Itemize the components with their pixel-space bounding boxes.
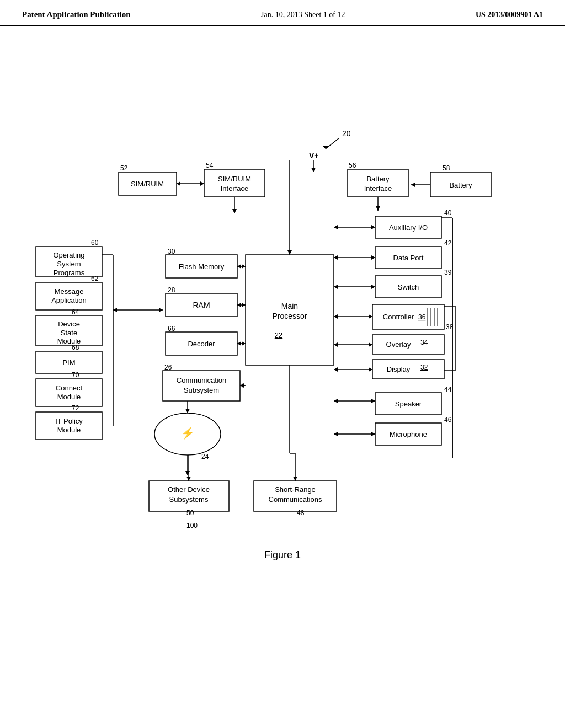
- decoder-label: Decoder: [188, 340, 215, 348]
- vplus-label: V+: [309, 151, 319, 160]
- svg-marker-53: [334, 314, 338, 319]
- aux-io-ref: 40: [444, 209, 452, 217]
- connect-label1: Connect: [56, 384, 83, 392]
- main-processor-label2: Processor: [272, 312, 307, 320]
- os-label2: System: [57, 260, 81, 268]
- sim-ruim-ref: 52: [120, 164, 128, 172]
- figure-caption: Figure 1: [264, 549, 301, 560]
- svg-marker-30: [185, 471, 190, 475]
- svg-marker-67: [371, 432, 375, 436]
- overlay-ref: 34: [420, 339, 428, 346]
- network-ref: 24: [201, 453, 209, 461]
- speaker-ref: 44: [444, 386, 452, 393]
- controller-ref: 36: [418, 313, 426, 321]
- svg-marker-64: [371, 399, 375, 403]
- os-label1: Operating: [53, 251, 84, 259]
- svg-marker-10: [177, 181, 180, 186]
- data-port-label: Data Port: [393, 254, 424, 262]
- display-label: Display: [387, 365, 411, 373]
- svg-marker-34: [159, 308, 163, 312]
- speaker-label: Speaker: [395, 400, 422, 408]
- svg-marker-71: [186, 477, 191, 481]
- pim-label: PIM: [62, 358, 75, 367]
- device-state-ref: 64: [72, 308, 79, 316]
- os-ref: 60: [91, 239, 99, 247]
- ref100: 100: [186, 522, 198, 529]
- battery-interface-box: [348, 169, 408, 197]
- svg-marker-42: [371, 255, 375, 260]
- svg-marker-39: [371, 225, 375, 229]
- short-range-label2: Communications: [269, 495, 322, 504]
- ram-ref: 28: [168, 286, 175, 294]
- comm-subsystem-ref: 26: [164, 363, 172, 371]
- aux-io-label: Auxiliary I/O: [389, 223, 428, 232]
- svg-marker-59: [334, 342, 338, 347]
- ref-20: 20: [342, 129, 351, 138]
- sim-ruim-label: SIM/RUIM: [131, 180, 164, 188]
- page-header: Patent Application Publication Jan. 10, …: [0, 0, 565, 26]
- svg-marker-68: [334, 432, 338, 436]
- os-label3: Programs: [54, 269, 85, 277]
- battery-interface-label2: Interface: [364, 184, 392, 192]
- svg-marker-5: [411, 183, 415, 187]
- sim-ruim-interface-box: [204, 169, 265, 197]
- svg-marker-35: [113, 308, 117, 312]
- svg-marker-28: [185, 409, 190, 413]
- svg-marker-14: [287, 250, 292, 255]
- svg-marker-62: [334, 367, 338, 372]
- battery-interface-label1: Battery: [366, 175, 390, 183]
- svg-marker-22: [242, 341, 246, 346]
- microphone-label: Microphone: [390, 430, 427, 438]
- other-device-label2: Subsystems: [169, 495, 209, 504]
- it-policy-label2: Module: [57, 426, 81, 434]
- data-port-ref: 42: [444, 239, 452, 247]
- svg-marker-12: [232, 209, 237, 213]
- pim-ref: 68: [72, 344, 79, 351]
- main-processor-ref: 22: [275, 331, 282, 339]
- svg-marker-9: [200, 181, 204, 186]
- network-bolt: ⚡: [181, 426, 195, 440]
- header-center-text: Jan. 10, 2013 Sheet 1 of 12: [261, 10, 345, 19]
- svg-marker-7: [376, 206, 380, 211]
- switch-label: Switch: [398, 283, 419, 291]
- svg-marker-46: [334, 285, 338, 289]
- battery-interface-ref: 56: [349, 162, 356, 169]
- sim-ruim-interface-label1: SIM/RUIM: [218, 175, 251, 183]
- svg-marker-43: [334, 255, 338, 260]
- msg-app-label1: Message: [55, 287, 84, 296]
- controller-label: Controller: [383, 313, 414, 321]
- battery-label: Battery: [449, 181, 472, 189]
- comm-subsystem-label2: Subsystem: [184, 386, 219, 394]
- svg-marker-3: [311, 168, 316, 172]
- svg-marker-61: [369, 367, 372, 372]
- decoder-ref: 66: [168, 325, 175, 333]
- svg-marker-58: [369, 342, 372, 347]
- header-left-text: Patent Application Publication: [22, 10, 131, 19]
- svg-marker-75: [293, 477, 297, 481]
- flash-memory-label: Flash Memory: [179, 263, 225, 271]
- flash-memory-ref: 30: [168, 248, 175, 255]
- svg-line-0: [326, 138, 339, 149]
- device-state-label1: Device: [58, 320, 80, 328]
- svg-marker-19: [242, 303, 246, 307]
- other-device-label1: Other Device: [168, 485, 210, 494]
- switch-ref: 39: [444, 269, 452, 276]
- battery-ref: 58: [443, 164, 450, 172]
- short-range-label1: Short-Range: [275, 485, 316, 494]
- svg-marker-16: [242, 264, 246, 269]
- svg-marker-17: [237, 264, 241, 269]
- it-policy-ref: 72: [72, 404, 79, 412]
- header-right-text: US 2013/0009901 A1: [476, 10, 543, 19]
- svg-marker-52: [369, 314, 372, 319]
- microphone-ref: 46: [444, 416, 452, 424]
- msg-app-label2: Application: [51, 296, 87, 304]
- diagram-area: 20 V+ Battery 58 Battery Interface 56 SI…: [0, 26, 565, 660]
- ram-label: RAM: [193, 301, 210, 309]
- svg-marker-23: [237, 341, 241, 346]
- other-device-ref: 50: [186, 509, 194, 517]
- main-processor-label1: Main: [281, 302, 298, 311]
- sim-ruim-interface-ref: 54: [206, 162, 214, 169]
- overlay-label: Overlay: [386, 340, 411, 349]
- patent-diagram: 20 V+ Battery 58 Battery Interface 56 SI…: [0, 26, 565, 660]
- short-range-ref: 48: [297, 509, 305, 517]
